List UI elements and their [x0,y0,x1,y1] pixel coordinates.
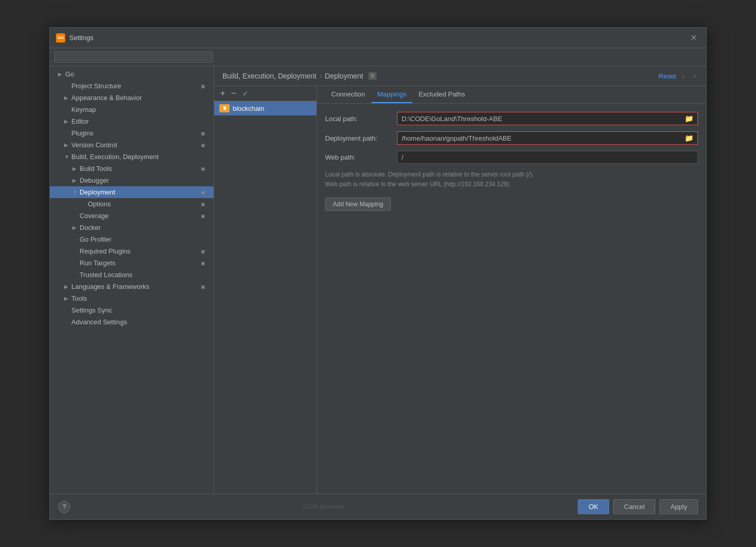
arrow-icon: ▶ [72,225,78,230]
arrow-icon: ▶ [64,142,69,148]
sidebar-item-label: Tools [71,295,87,302]
footer: ? CSDN @polarday. OK Cancel Apply [50,494,706,519]
sidebar-item-plugins[interactable]: Plugins ▣ [50,127,214,139]
deployment-path-browse-button[interactable]: 📁 [683,133,695,143]
sidebar-item-advanced-settings[interactable]: Advanced Settings [50,316,214,328]
arrow-icon: ▼ [64,154,69,160]
dialog-body: ▶ Go Project Structure ▣ ▶ Appearance & … [50,66,706,494]
web-path-input-wrap [397,151,698,164]
web-path-row: Web path: [325,151,698,164]
breadcrumb-menu-icon[interactable]: ☰ [368,72,376,80]
search-input[interactable] [54,51,213,63]
server-toolbar: + − ✓ [214,86,316,101]
arrow-icon: ▶ [72,166,78,171]
sidebar-item-label: Options [88,200,111,208]
sidebar-item-label: Keymap [71,106,96,113]
sidebar-item-appearance-behavior[interactable]: ▶ Appearance & Behavior [50,92,214,104]
apply-button[interactable]: Apply [659,499,698,514]
arrow-icon: ▶ [64,119,69,124]
sidebar-item-label: Debugger [80,177,109,184]
sidebar-item-docker[interactable]: ▶ Docker [50,222,214,233]
ext-icon: ▣ [201,202,205,207]
sidebar-item-label: Plugins [71,129,93,137]
local-path-browse-button[interactable]: 📁 [683,113,695,124]
sidebar-item-editor[interactable]: ▶ Editor [50,115,214,127]
sidebar-item-languages-frameworks[interactable]: ▶ Languages & Frameworks ▣ [50,281,214,292]
server-list: + − ✓ 🖥 blockchain [214,86,317,494]
sidebar-item-label: Settings Sync [71,306,112,314]
sidebar-item-label: Deployment [80,188,115,196]
local-path-label: Local path: [325,115,397,123]
nav-back-button[interactable]: ‹ [680,70,687,82]
add-new-mapping-button[interactable]: Add New Mapping [325,198,391,211]
header-right: Reset ‹ › [658,70,698,82]
tabs-bar: Connection Mappings Excluded Paths [317,86,706,104]
sidebar-item-go[interactable]: ▶ Go [50,68,214,80]
tab-mappings[interactable]: Mappings [371,86,412,103]
deployment-path-input[interactable] [400,133,683,143]
local-path-input[interactable] [400,114,683,124]
search-bar [50,48,706,66]
sidebar-item-required-plugins[interactable]: Required Plugins ▣ [50,245,214,257]
sidebar-item-settings-sync[interactable]: Settings Sync [50,304,214,316]
watermark: CSDN @polarday. [303,504,345,510]
server-panel: + − ✓ 🖥 blockchain Connection Mappings [214,86,706,494]
arrow-icon: ▶ [58,71,63,77]
ext-icon: ▣ [201,84,205,89]
cancel-button[interactable]: Cancel [613,499,655,514]
sidebar-item-debugger[interactable]: ▶ Debugger [50,174,214,186]
sidebar-item-options[interactable]: Options ▣ [50,198,214,210]
ext-icon: ▣ [201,213,205,219]
app-icon: GO [56,33,65,43]
sidebar-item-label: Editor [71,118,89,125]
hint-line2: Web path is relative to the web server U… [325,181,511,188]
tab-connection[interactable]: Connection [325,86,371,103]
sidebar-item-build-tools[interactable]: ▶ Build Tools ▣ [50,163,214,174]
tab-excluded-paths[interactable]: Excluded Paths [412,86,471,103]
sidebar-item-keymap[interactable]: Keymap [50,104,214,115]
content-header: Build, Execution, Deployment › Deploymen… [214,66,706,86]
ext-icon: ▣ [201,131,205,136]
breadcrumb-current: Deployment [325,72,364,80]
remove-server-button[interactable]: − [229,88,238,99]
sidebar-item-label: Trusted Locations [80,271,133,279]
sidebar-item-version-control[interactable]: ▶ Version Control ▣ [50,139,214,151]
content-area: Build, Execution, Deployment › Deploymen… [214,66,706,494]
form-hint: Local path is absolute. Deployment path … [325,170,698,189]
ok-button[interactable]: OK [578,499,609,514]
deployment-path-input-wrap: 📁 [397,131,698,145]
reset-link[interactable]: Reset [658,72,676,80]
arrow-icon: ▼ [72,189,78,195]
ext-icon: ▣ [201,166,205,171]
sidebar-item-label: Go Profiler [80,236,111,243]
help-button[interactable]: ? [58,501,70,513]
sidebar-item-deployment[interactable]: ▼ Deployment ▣ [50,186,214,198]
server-entry[interactable]: 🖥 blockchain [214,101,316,115]
nav-forward-button[interactable]: › [691,70,698,82]
breadcrumb-parent: Build, Execution, Deployment [222,72,316,80]
sidebar-item-label: Required Plugins [80,247,130,255]
sidebar-item-coverage[interactable]: Coverage ▣ [50,210,214,222]
sidebar-item-label: Build Tools [80,165,112,172]
sidebar-item-project-structure[interactable]: Project Structure ▣ [50,80,214,92]
web-path-input[interactable] [400,152,695,162]
ext-icon: ▣ [201,249,205,254]
sidebar-item-trusted-locations[interactable]: Trusted Locations [50,269,214,281]
breadcrumb-separator: › [319,72,322,80]
sidebar-item-label: Coverage [80,212,108,220]
arrow-icon: ▶ [64,95,69,101]
sidebar-item-build-exec-deploy[interactable]: ▼ Build, Execution, Deployment [50,151,214,163]
hint-line1: Local path is absolute. Deployment path … [325,171,534,178]
web-path-label: Web path: [325,153,397,161]
sidebar-item-tools[interactable]: ▶ Tools [50,292,214,304]
settings-dialog: GO Settings ✕ ▶ Go Project Structure ▣ ▶ [49,27,707,520]
ext-icon: ▣ [201,261,205,266]
right-panel: Connection Mappings Excluded Paths Local… [317,86,706,494]
arrow-icon: ▶ [72,178,78,183]
sidebar-item-label: Run Targets [80,259,116,267]
sidebar-item-run-targets[interactable]: Run Targets ▣ [50,257,214,269]
check-server-button[interactable]: ✓ [240,89,251,98]
close-button[interactable]: ✕ [687,32,700,44]
sidebar-item-go-profiler[interactable]: Go Profiler [50,233,214,245]
add-server-button[interactable]: + [218,88,227,99]
